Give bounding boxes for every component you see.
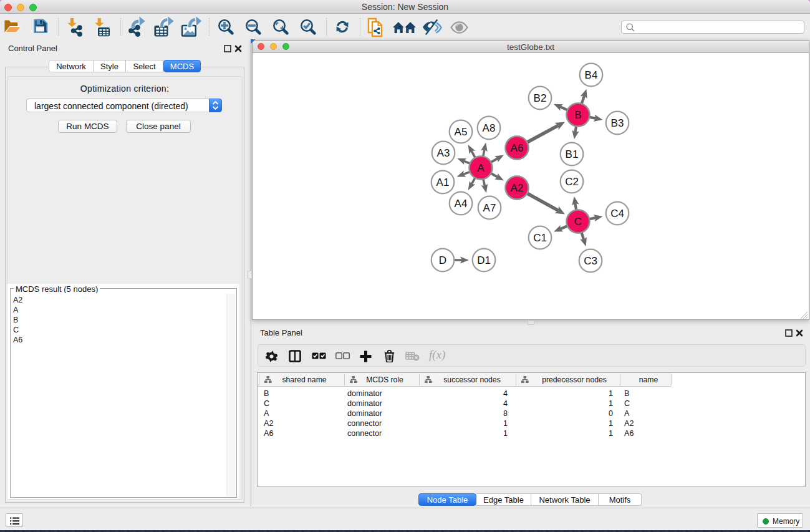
svg-text:successor nodes: successor nodes [443,375,500,384]
svg-text:C3: C3 [584,255,597,267]
svg-text:A4: A4 [455,198,468,210]
svg-text:A8: A8 [483,122,496,134]
svg-text:shared name: shared name [282,375,326,384]
svg-text:MCDS role: MCDS role [366,375,403,384]
svg-text:A7: A7 [483,202,496,214]
svg-text:C2: C2 [565,176,579,188]
svg-text:D1: D1 [477,254,491,266]
svg-text:A5: A5 [455,126,468,138]
svg-text:predecessor nodes: predecessor nodes [542,375,607,384]
svg-text:A2: A2 [511,182,524,194]
svg-text:A6: A6 [511,142,524,154]
svg-text:C1: C1 [533,232,547,244]
svg-text:C: C [574,216,582,228]
svg-text:name: name [639,375,658,384]
svg-text:A3: A3 [437,147,450,159]
svg-text:D: D [439,254,446,266]
svg-text:B: B [574,109,581,121]
svg-text:A1: A1 [436,177,450,188]
svg-text:C4: C4 [610,208,624,220]
svg-text:B3: B3 [611,117,624,129]
svg-text:B2: B2 [534,92,547,104]
svg-text:B1: B1 [566,148,579,160]
svg-text:A: A [477,162,485,174]
svg-text:B4: B4 [585,69,598,81]
